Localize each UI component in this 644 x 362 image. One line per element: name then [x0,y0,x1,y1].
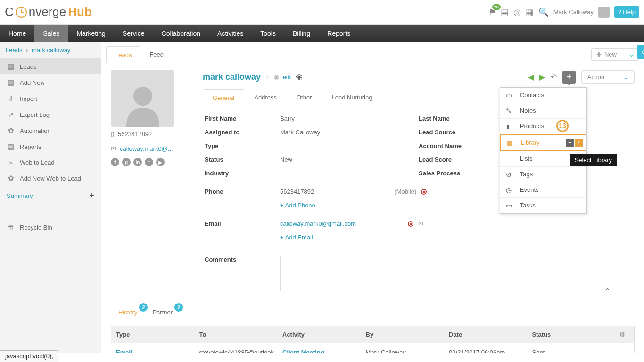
tab-partner[interactable]: Partner2 [145,304,180,321]
record-icon[interactable] [421,189,427,195]
search-icon[interactable]: 🔍 [538,7,549,17]
dd-label: Contacts [520,91,544,99]
comments-input[interactable] [280,256,610,291]
facebook-icon[interactable]: f [111,158,119,166]
sidebar: Leads › mark calloway ‹ ▤Leads ▤Add New … [0,42,101,353]
envelope-icon: ✉ [111,145,116,152]
new-label: New [604,51,617,58]
library-select-icon[interactable]: ✓ [575,139,583,147]
nav-service[interactable]: Service [114,25,153,42]
dd-notes[interactable]: ✎Notes [500,103,586,119]
subtab-other[interactable]: Other [287,89,322,106]
edit-link[interactable]: edit [283,74,292,81]
table-head: Type To Activity By Date Status ⚙ [111,326,635,343]
twitter-icon[interactable]: t [145,158,153,166]
th-status[interactable]: Status [532,331,616,338]
clipboard-icon: ▭ [506,202,514,209]
new-dropdown[interactable]: ✚ New ⌄ [591,48,639,61]
th-activity[interactable]: Activity [282,331,366,338]
breadcrumb-leaf[interactable]: mark calloway [32,47,70,54]
th-date[interactable]: Date [449,331,532,338]
panel-toggle[interactable]: ‹ [637,45,644,59]
nav-marketing[interactable]: Marketing [68,25,114,42]
chart-icon: ▤ [7,142,15,151]
add-email-link[interactable]: + Add Email [280,234,313,241]
record-icon[interactable] [408,221,413,227]
dd-contacts[interactable]: ▭Contacts [500,88,586,103]
next-button[interactable]: ▶ [539,73,545,82]
star-icon[interactable]: ☆ [264,74,270,81]
email-link[interactable]: calloway.mark0@... [120,145,173,152]
subtab-general[interactable]: General [203,89,244,106]
th-type[interactable]: Type [116,331,199,338]
flag-icon[interactable]: ⚑20 [488,7,496,17]
avatar-icon[interactable] [598,7,610,18]
sidebar-summary[interactable]: Summary + [0,186,101,206]
dd-products[interactable]: ∎Products [500,119,586,134]
ghost-icon[interactable]: ◉ [274,74,279,81]
partner-count: 2 [174,303,183,312]
sidebar-item-addnew[interactable]: ▤Add New [0,74,101,90]
youtube-icon[interactable]: ▶ [156,158,165,166]
nav-billing[interactable]: Billing [284,25,319,42]
help-button[interactable]: ?Help [614,6,639,18]
sidebar-item-export[interactable]: ↗Export Log [0,107,101,123]
add-related-button[interactable]: + [562,71,576,84]
nav-activities[interactable]: Activities [209,25,252,42]
plus-icon[interactable]: + [89,191,94,201]
sidebar-item-recycle[interactable]: 🗑Recycle Bin [0,220,101,235]
import-icon: ⇩ [7,94,15,103]
google-icon[interactable]: g [122,158,131,166]
dd-tags[interactable]: ⊘Tags [500,167,586,182]
tab-leads[interactable]: Leads [106,46,140,63]
nav-reports[interactable]: Reports [319,25,359,42]
summary-label: Summary [7,192,33,199]
td-type[interactable]: Email [116,349,199,353]
library-icon: ▦ [507,139,515,147]
sidebar-item-webtolead[interactable]: ⎘Web to Lead [0,155,101,170]
nav-sales[interactable]: Sales [34,25,68,42]
reply-icon[interactable]: ↶ [551,73,557,82]
prev-button[interactable]: ◀ [528,73,534,82]
td-activity[interactable]: Client Meeting [282,349,366,353]
linkedin-icon[interactable]: in [133,158,142,166]
dd-tasks[interactable]: ▭Tasks [500,198,586,213]
sidebar-item-addwebtolead[interactable]: ✿Add New Web to Lead [0,170,101,186]
tab-history[interactable]: History2 [111,304,145,321]
th-to[interactable]: To [199,331,283,338]
first-name-label: First Name [205,115,280,122]
sidebar-item-leads[interactable]: ▤Leads [0,58,101,74]
nav-collaboration[interactable]: Collaboration [153,25,209,42]
sidebar-item-import[interactable]: ⇩Import [0,90,101,107]
th-by[interactable]: By [366,331,449,338]
dd-events[interactable]: ◷Events [500,182,586,198]
target-icon[interactable]: ◎ [513,7,521,17]
sidebar-item-automation[interactable]: ✿Automation [0,123,101,139]
envelope-icon[interactable]: ✉ [418,220,423,227]
clipboard-icon[interactable]: ▤ [501,7,509,17]
add-phone-link[interactable]: + Add Phone [280,202,315,209]
calendar-icon[interactable]: ▦ [526,7,534,17]
email-address-link[interactable]: calloway.mark0@gmail.com [280,220,356,227]
breadcrumb-root[interactable]: Leads [6,47,22,54]
subtab-address[interactable]: Address [244,89,287,106]
tab-feed[interactable]: Feed [140,46,173,63]
industry-label: Industry [205,170,280,177]
dd-label: Tasks [520,202,536,209]
sidebar-item-reports[interactable]: ▤Reports [0,139,101,155]
plus-icon: ✚ [596,51,602,58]
tag-icon: ⊘ [506,171,514,178]
status-value: New [280,156,419,163]
gear-icon[interactable]: ⚙ [615,331,629,338]
phone-label: Phone [205,188,280,195]
subtab-nurturing[interactable]: Lead Nurturing [322,89,382,106]
username[interactable]: Mark Calloway [553,8,594,16]
nav-tools[interactable]: Tools [252,25,284,42]
table-row[interactable]: Email stevelewis441885@outlook.... Clien… [111,343,635,353]
dd-library[interactable]: ▦Library +✓ [500,134,586,151]
sidebar-item-label: Add New Web to Lead [20,175,81,182]
action-dropdown[interactable]: Action⌄ [581,70,635,84]
nav-home[interactable]: Home [0,25,34,42]
library-add-icon[interactable]: + [566,139,574,147]
logo[interactable]: C nvergeHub [5,5,92,19]
